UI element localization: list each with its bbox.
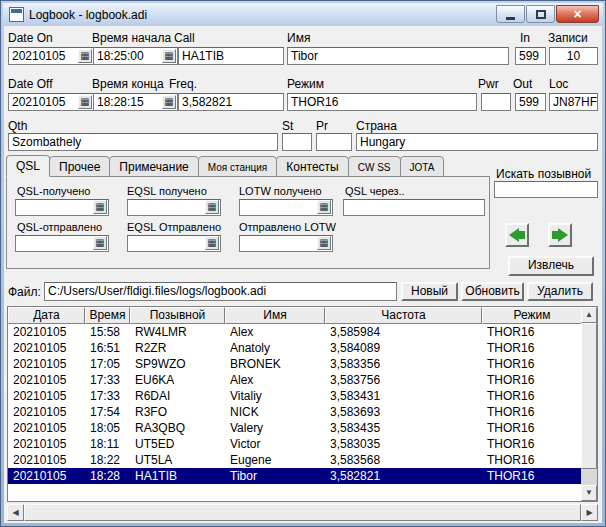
- table-row[interactable]: 2021010518:05RA3QBQValery3,583435THOR16: [8, 420, 582, 436]
- calendar-button[interactable]: ▦: [317, 236, 331, 250]
- calendar-button[interactable]: ▦: [162, 95, 176, 109]
- freq-field[interactable]: 3,582821: [178, 93, 284, 111]
- table-cell: Anatoly: [225, 340, 325, 356]
- arrow-left-icon: [509, 228, 519, 242]
- scroll-down-button[interactable]: ▼: [581, 485, 597, 501]
- time-on-field[interactable]: 18:25:00 ▦: [93, 47, 178, 65]
- calendar-button[interactable]: ▦: [78, 95, 92, 109]
- freq-label: Freq.: [169, 77, 197, 91]
- column-header[interactable]: Частота: [325, 307, 482, 324]
- rst-in-label: In: [520, 31, 530, 45]
- country-field[interactable]: Hungary: [356, 133, 598, 151]
- table-cell: R3FO: [130, 404, 225, 420]
- eqsl-rcvd-date-field[interactable]: ▦: [127, 199, 221, 216]
- table-row[interactable]: 2021010517:33R6DAIVitaliy3,583431THOR16: [8, 388, 582, 404]
- name-field[interactable]: Tibor: [287, 47, 509, 65]
- table-cell: 20210105: [8, 436, 85, 452]
- scroll-left-button[interactable]: ◀: [7, 504, 24, 521]
- calendar-button[interactable]: ▦: [205, 236, 219, 250]
- calendar-button[interactable]: ▦: [93, 236, 107, 250]
- new-button[interactable]: Новый: [401, 282, 458, 301]
- tab-прочее[interactable]: Прочее: [49, 156, 110, 177]
- call-field[interactable]: HA1TIB: [178, 47, 284, 65]
- tab-примечание[interactable]: Примечание: [109, 156, 198, 177]
- table-cell: HA1TIB: [130, 468, 225, 484]
- qsl-rcvd-label: QSL-получено: [17, 185, 90, 197]
- arrow-right-icon: [558, 228, 568, 242]
- tab-qsl[interactable]: QSL: [6, 155, 50, 177]
- table-row[interactable]: 2021010518:22UT5LAEugene3,583568THOR16: [8, 452, 582, 468]
- table-cell: 3,585984: [325, 324, 482, 340]
- table-row[interactable]: 2021010518:28HA1TIBTibor3,582821THOR16: [8, 468, 582, 484]
- column-header[interactable]: Позывной: [130, 307, 225, 324]
- column-header[interactable]: Время: [85, 307, 130, 324]
- lotw-rcvd-date-field[interactable]: ▦: [239, 199, 333, 216]
- column-header[interactable]: Дата: [8, 307, 85, 324]
- date-off-label: Date Off: [8, 77, 52, 91]
- time-off-field[interactable]: 18:28:15 ▦: [93, 93, 178, 111]
- table-row[interactable]: 2021010515:58RW4LMRAlex3,585984THOR16: [8, 324, 582, 340]
- pr-field[interactable]: [316, 133, 352, 151]
- table-cell: 3,583693: [325, 404, 482, 420]
- calendar-button[interactable]: ▦: [205, 200, 219, 214]
- eqsl-sent-date-field[interactable]: ▦: [127, 235, 221, 252]
- update-button[interactable]: Обновить: [461, 282, 524, 301]
- calendar-icon: ▦: [319, 201, 328, 212]
- search-callsign-input[interactable]: [494, 181, 598, 198]
- tab-cw-ss[interactable]: CW SS: [348, 156, 401, 177]
- calendar-button[interactable]: ▦: [162, 49, 176, 63]
- extract-button[interactable]: Извлечь: [508, 256, 594, 276]
- vertical-scroll-thumb[interactable]: [581, 323, 597, 469]
- scroll-right-icon: ▶: [586, 508, 592, 517]
- qsl-rcvd-date-field[interactable]: ▦: [15, 199, 109, 216]
- maximize-button[interactable]: [526, 5, 555, 23]
- calendar-button[interactable]: ▦: [78, 49, 92, 63]
- calendar-button[interactable]: ▦: [93, 200, 107, 214]
- table-row[interactable]: 2021010516:51R2ZRAnatoly3,584089THOR16: [8, 340, 582, 356]
- time-off-label: Время конца: [92, 77, 164, 91]
- prev-record-button[interactable]: [505, 223, 529, 247]
- name-label: Имя: [287, 31, 310, 45]
- table-cell: 16:51: [85, 340, 130, 356]
- delete-button[interactable]: Удалить: [527, 282, 593, 301]
- close-button[interactable]: ×: [556, 5, 599, 23]
- table-row[interactable]: 2021010517:33EU6KAAlex3,583756THOR16: [8, 372, 582, 388]
- tab-jota[interactable]: JOTA: [400, 156, 445, 177]
- minimize-button[interactable]: [496, 5, 525, 23]
- loc-field[interactable]: JN87HF: [549, 93, 598, 111]
- horizontal-scroll-thumb[interactable]: [24, 504, 581, 521]
- table-cell: THOR16: [482, 356, 582, 372]
- rst-in-field[interactable]: 599: [515, 47, 546, 65]
- column-header[interactable]: Имя: [225, 307, 325, 324]
- records-label: Записи: [548, 31, 588, 45]
- qth-field[interactable]: Szombathely: [8, 133, 278, 151]
- table-cell: SP9WZO: [130, 356, 225, 372]
- titlebar[interactable]: Logbook - logbook.adi ×: [3, 3, 603, 26]
- table-row[interactable]: 2021010517:54R3FONICK3,583693THOR16: [8, 404, 582, 420]
- horizontal-scrollbar[interactable]: ◀ ▶: [7, 504, 598, 521]
- mode-field[interactable]: THOR16: [287, 93, 477, 111]
- column-header[interactable]: Режим: [482, 307, 582, 324]
- lotw-sent-date-field[interactable]: ▦: [239, 235, 333, 252]
- table-row[interactable]: 2021010517:05SP9WZOBRONEK3,583356THOR16: [8, 356, 582, 372]
- close-icon: ×: [573, 7, 581, 21]
- rst-out-field[interactable]: 599: [515, 93, 546, 111]
- table-cell: 18:22: [85, 452, 130, 468]
- table-cell: 20210105: [8, 388, 85, 404]
- qsl-sent-date-field[interactable]: ▦: [15, 235, 109, 252]
- calendar-button[interactable]: ▦: [317, 200, 331, 214]
- qsl-via-field[interactable]: [343, 199, 485, 216]
- logbook-window: Logbook - logbook.adi × Date On Время на…: [0, 0, 606, 527]
- date-off-field[interactable]: 20210105 ▦: [8, 93, 94, 111]
- st-field[interactable]: [282, 133, 312, 151]
- tab-моя-станция[interactable]: Моя станция: [198, 156, 277, 177]
- next-record-button[interactable]: [548, 223, 572, 247]
- scroll-up-button[interactable]: ▲: [581, 307, 597, 323]
- date-on-field[interactable]: 20210105 ▦: [8, 47, 94, 65]
- tab-контесты[interactable]: Контесты: [276, 156, 348, 177]
- scroll-right-button[interactable]: ▶: [581, 504, 598, 521]
- file-path-field[interactable]: C:/Users/User/fldigi.files/logs/logbook.…: [44, 282, 397, 301]
- table-row[interactable]: 2021010518:11UT5EDVictor3,583035THOR16: [8, 436, 582, 452]
- vertical-scrollbar[interactable]: ▲ ▼: [581, 307, 597, 501]
- pwr-field[interactable]: [481, 93, 511, 111]
